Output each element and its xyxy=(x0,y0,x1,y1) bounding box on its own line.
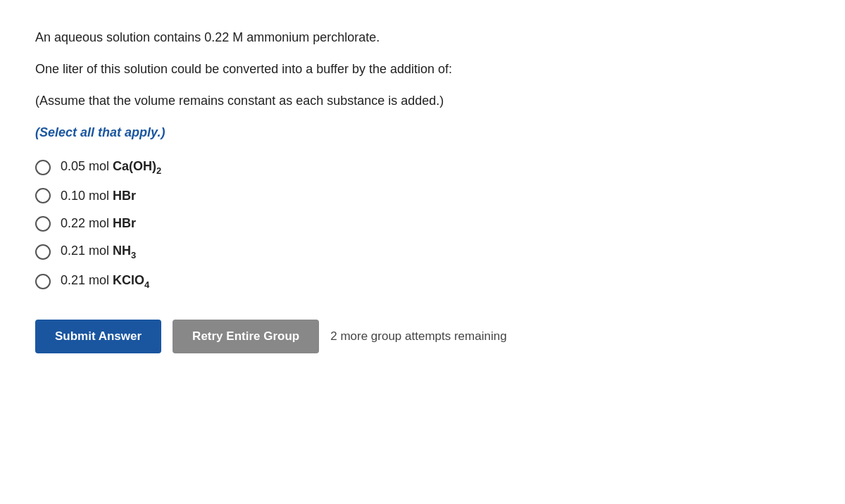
option-1-label: 0.05 mol Ca(OH)2 xyxy=(61,158,161,177)
option-2-label: 0.10 mol HBr xyxy=(61,187,136,205)
checkbox-option-4[interactable] xyxy=(35,244,51,260)
checkbox-option-1[interactable] xyxy=(35,160,51,175)
option-5-label: 0.21 mol KClO4 xyxy=(61,272,149,291)
question-line-2: One liter of this solution could be conv… xyxy=(35,60,669,79)
option-1[interactable]: 0.05 mol Ca(OH)2 xyxy=(35,158,669,177)
question-line-3: (Assume that the volume remains constant… xyxy=(35,92,669,111)
option-3-label: 0.22 mol HBr xyxy=(61,215,136,232)
option-5[interactable]: 0.21 mol KClO4 xyxy=(35,272,669,291)
button-row: Submit Answer Retry Entire Group 2 more … xyxy=(35,320,669,353)
attempts-remaining-text: 2 more group attempts remaining xyxy=(330,329,506,344)
retry-entire-group-button[interactable]: Retry Entire Group xyxy=(173,320,319,353)
answer-options-list: 0.05 mol Ca(OH)2 0.10 mol HBr 0.22 mol H… xyxy=(35,158,669,291)
option-4[interactable]: 0.21 mol NH3 xyxy=(35,242,669,262)
checkbox-option-2[interactable] xyxy=(35,188,51,203)
option-4-label: 0.21 mol NH3 xyxy=(61,242,136,262)
submit-answer-button[interactable]: Submit Answer xyxy=(35,320,161,353)
question-line-1: An aqueous solution contains 0.22 M ammo… xyxy=(35,28,669,47)
checkbox-option-5[interactable] xyxy=(35,274,51,289)
question-block: An aqueous solution contains 0.22 M ammo… xyxy=(35,28,669,353)
checkbox-option-3[interactable] xyxy=(35,216,51,232)
select-all-instruction: (Select all that apply.) xyxy=(35,123,669,142)
option-3[interactable]: 0.22 mol HBr xyxy=(35,215,669,232)
option-2[interactable]: 0.10 mol HBr xyxy=(35,187,669,205)
